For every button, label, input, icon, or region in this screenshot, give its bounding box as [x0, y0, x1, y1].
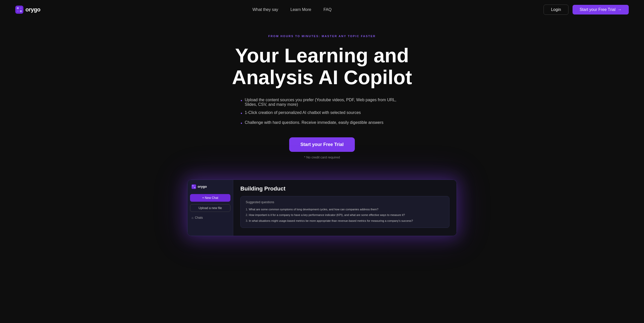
hero-bullet-text-3: Challenge with hard questions. Receive i…	[245, 120, 383, 125]
nav-link-what-they-say[interactable]: What they say	[252, 7, 278, 12]
app-preview-wrapper: orygo + New Chat Upload a new file ⌂ Cha…	[0, 169, 644, 236]
hero-tag: FROM HOURS TO MINUTES: MASTER ANY TOPIC …	[268, 35, 376, 38]
arrow-right-icon: →	[618, 7, 622, 12]
bullet-icon-2: •	[241, 110, 242, 117]
app-main: Building Product Suggested questions Wha…	[233, 180, 457, 236]
suggested-questions-label: Suggested questions	[246, 200, 444, 204]
login-button[interactable]: Login	[544, 5, 568, 15]
trial-button-hero[interactable]: Start your Free Trial	[289, 137, 355, 152]
svg-rect-9	[194, 187, 195, 188]
svg-rect-1	[17, 7, 19, 9]
trial-button-nav[interactable]: Start your Free Trial →	[573, 5, 629, 14]
app-sidebar: orygo + New Chat Upload a new file ⌂ Cha…	[187, 180, 233, 236]
sidebar-logo-text: orygo	[198, 185, 207, 188]
sidebar-logo-icon	[192, 184, 196, 189]
sidebar-chats-label: ⌂ Chats	[190, 214, 230, 219]
hero-bullet-3: • Challenge with hard questions. Receive…	[241, 120, 403, 127]
svg-rect-2	[20, 7, 22, 9]
nav-link-faq[interactable]: FAQ	[324, 7, 332, 12]
home-icon: ⌂	[192, 216, 193, 219]
nav-link-learn-more[interactable]: Learn More	[290, 7, 311, 12]
svg-rect-8	[192, 187, 194, 188]
chats-label-text: Chats	[195, 216, 203, 219]
question-3: In what situations might usage-based met…	[246, 218, 444, 224]
svg-rect-7	[194, 185, 195, 186]
svg-rect-6	[192, 185, 194, 186]
hero-bullets: • Upload the content sources you prefer …	[241, 98, 403, 127]
svg-rect-3	[17, 10, 19, 12]
bullet-icon-1: •	[241, 98, 242, 104]
upload-file-button[interactable]: Upload a new file	[190, 204, 230, 212]
hero-bullet-text-2: 1-Click creation of personalized AI chat…	[245, 110, 361, 115]
hero-bullet-1: • Upload the content sources you prefer …	[241, 98, 403, 107]
new-chat-button[interactable]: + New Chat	[190, 194, 230, 202]
hero-title: Your Learning and Analysis AI Copilot	[232, 45, 412, 89]
hero-section: FROM HOURS TO MINUTES: MASTER ANY TOPIC …	[0, 19, 644, 169]
app-main-title: Building Product	[240, 185, 449, 192]
logo-text: orygo	[25, 6, 40, 13]
app-preview-inner: orygo + New Chat Upload a new file ⌂ Cha…	[187, 180, 457, 236]
bullet-icon-3: •	[241, 120, 242, 127]
question-2: How important is it for a company to hav…	[246, 212, 444, 218]
hero-title-line1: Your Learning and	[235, 44, 409, 67]
app-preview: orygo + New Chat Upload a new file ⌂ Cha…	[187, 180, 457, 236]
svg-rect-5	[192, 184, 196, 189]
hero-title-line2: Analysis AI Copilot	[232, 66, 412, 89]
svg-rect-0	[15, 6, 23, 14]
no-credit-text: * No credit card required	[304, 155, 340, 159]
hero-bullet-2: • 1-Click creation of personalized AI ch…	[241, 110, 403, 117]
navbar: orygo What they say Learn More FAQ Login…	[0, 0, 644, 19]
hero-bullet-text-1: Upload the content sources you prefer (Y…	[245, 98, 403, 107]
trial-button-nav-label: Start your Free Trial	[580, 7, 616, 12]
nav-actions: Login Start your Free Trial →	[544, 5, 629, 15]
logo-icon	[15, 6, 23, 14]
question-1: What are some common symptoms of long de…	[246, 207, 444, 212]
suggested-questions-card: Suggested questions What are some common…	[240, 196, 449, 228]
sidebar-logo-row: orygo	[190, 183, 230, 192]
logo[interactable]: orygo	[15, 6, 40, 14]
nav-links: What they say Learn More FAQ	[252, 7, 331, 12]
svg-rect-4	[20, 10, 22, 12]
